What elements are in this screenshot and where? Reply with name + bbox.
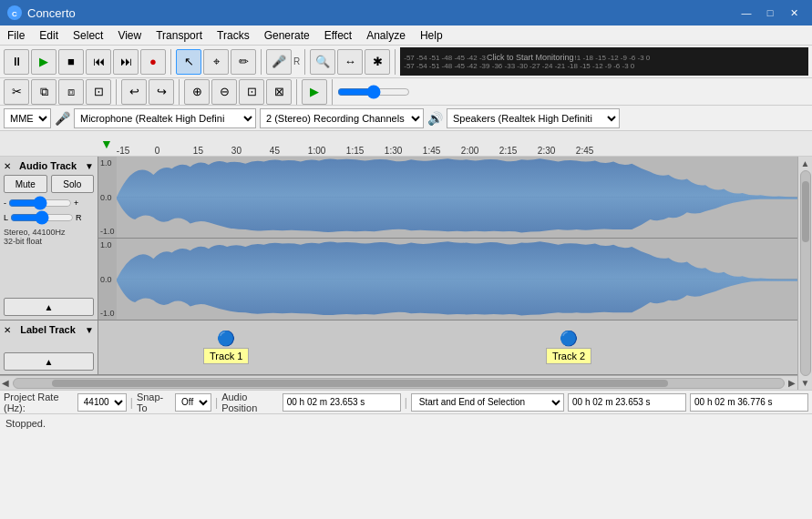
title-bar: C Concerto — □ ✕ (0, 0, 812, 25)
label-pin-icon-1: 🔵 (217, 331, 235, 346)
tm-1-45: 1:45 (423, 146, 440, 156)
tm-2-30: 2:30 (538, 146, 555, 156)
tm-2-45: 2:45 (576, 146, 593, 156)
audio-system-select[interactable]: MME (4, 108, 51, 128)
zoom-sel-btn2[interactable]: ⊡ (239, 79, 264, 105)
paste-button[interactable]: ⧈ (58, 79, 84, 105)
undo-button[interactable]: ↩ (121, 79, 147, 105)
menu-generate[interactable]: Generate (257, 25, 317, 45)
menu-edit[interactable]: Edit (32, 25, 66, 45)
project-rate-select[interactable]: 44100 (77, 393, 127, 412)
vscroll-track[interactable] (800, 170, 811, 376)
play-green-button[interactable]: ▶ (302, 79, 327, 105)
snap-to-select[interactable]: Off (175, 393, 211, 412)
hscrollbar: ◀ ▶ (0, 375, 797, 390)
select-tool-button[interactable]: ↖ (176, 49, 201, 75)
level-r-label: R (293, 56, 300, 66)
menu-effect[interactable]: Effect (317, 25, 359, 45)
app-title: Concerto (27, 6, 76, 20)
toolbar-row1: ⏸ ▶ ■ ⏮ ⏭ ● ↖ ⌖ ✏ 🎤 R 🔍 ↔ ✱ -57 -54 -51 … (0, 46, 812, 78)
menu-file[interactable]: File (0, 25, 32, 45)
sel-end-input[interactable] (690, 393, 808, 412)
label-box-1[interactable]: Track 1 (203, 348, 249, 364)
label-pin-icon-2: 🔵 (560, 331, 578, 346)
tempo-slider[interactable] (337, 85, 410, 99)
zoom-out-btn2[interactable]: ⊖ (211, 79, 237, 105)
pause-button[interactable]: ⏸ (4, 49, 29, 75)
scale-mid-1: 0.0 (100, 193, 112, 202)
click-monitor[interactable]: Click to Start Monitoring (487, 53, 574, 62)
channels-select[interactable]: 2 (Stereo) Recording Channels (260, 108, 424, 128)
hscroll-track[interactable] (13, 378, 785, 389)
copy-button[interactable]: ⧉ (31, 79, 57, 105)
sel-start-input[interactable] (568, 393, 686, 412)
mic-button[interactable]: 🎤 (266, 49, 292, 75)
cut-button[interactable]: ✂ (4, 79, 29, 105)
svg-text:C: C (12, 10, 17, 18)
menu-transport[interactable]: Transport (149, 25, 210, 45)
audio-track-close[interactable]: ✕ (4, 161, 11, 171)
mute-button[interactable]: Mute (4, 175, 47, 193)
waveform-svg-bottom (117, 239, 797, 320)
stop-button[interactable]: ■ (58, 49, 84, 75)
vscroll-down-arrow[interactable]: ▼ (801, 378, 810, 388)
audio-collapse-button[interactable]: ▲ (4, 298, 94, 316)
selection-mode-select[interactable]: Start and End of Selection (411, 393, 564, 412)
envelope-tool-button[interactable]: ⌖ (203, 49, 229, 75)
gain-plus: + (74, 198, 78, 208)
label-track-menu[interactable]: ▼ (85, 325, 94, 335)
title-bar-left: C Concerto (7, 5, 76, 20)
audio-track-header: ✕ Audio Track ▼ (4, 160, 94, 171)
skip-back-button[interactable]: ⏮ (86, 49, 111, 75)
multi-tool-button[interactable]: ✱ (365, 49, 390, 75)
label-collapse-button[interactable]: ▲ (4, 352, 94, 371)
audio-track-waveform: 1.0 0.0 -1.0 (98, 157, 797, 320)
audio-track: ✕ Audio Track ▼ Mute Solo - + L R (0, 157, 797, 321)
solo-button[interactable]: Solo (51, 175, 95, 193)
vscroll-up-arrow[interactable]: ▲ (801, 158, 810, 168)
menu-help[interactable]: Help (413, 25, 450, 45)
mic-device-select[interactable]: Microphone (Realtek High Defini (74, 108, 256, 128)
level-meters: -57 -54 -51 -48 -45 -42 -3 Click to Star… (400, 47, 808, 76)
trim-button[interactable]: ⊡ (86, 79, 111, 105)
audio-pos-label: Audio Position (221, 392, 275, 413)
speakers-select[interactable]: Speakers (Realtek High Definiti (447, 108, 620, 128)
tm-45: 45 (270, 146, 280, 156)
menu-analyze[interactable]: Analyze (359, 25, 413, 45)
maximize-button[interactable]: □ (759, 5, 781, 21)
menu-tracks[interactable]: Tracks (210, 25, 257, 45)
zoom-fit-btn2[interactable]: ⊠ (266, 79, 292, 105)
zoom-in-button[interactable]: 🔍 (310, 49, 335, 75)
minimize-button[interactable]: — (735, 5, 757, 21)
gain-slider[interactable] (8, 197, 72, 209)
scale-bot-1: -1.0 (100, 227, 115, 236)
waveform-channel-bottom: 1.0 0.0 -1.0 (98, 239, 797, 320)
label-track-name: Label Track (20, 324, 76, 335)
close-button[interactable]: ✕ (783, 5, 805, 21)
hscroll-thumb[interactable] (52, 380, 668, 387)
record-button[interactable]: ● (140, 49, 166, 75)
pan-slider[interactable] (10, 211, 74, 224)
play-button[interactable]: ▶ (31, 49, 57, 75)
hscroll-left-arrow[interactable]: ◀ (2, 378, 9, 388)
fit-button[interactable]: ↔ (337, 49, 363, 75)
vscroll-thumb[interactable] (802, 181, 809, 242)
sep-1: | (130, 396, 133, 409)
audio-track-name: Audio Track (19, 160, 77, 171)
stopped-text: Stopped. (5, 418, 46, 429)
pan-r: R (76, 213, 82, 222)
redo-button[interactable]: ↪ (149, 79, 174, 105)
audio-pos-input[interactable] (283, 393, 401, 412)
toolbar-row2: ✂ ⧉ ⧈ ⊡ ↩ ↪ ⊕ ⊖ ⊡ ⊠ ▶ (0, 78, 812, 106)
menu-view[interactable]: View (110, 25, 149, 45)
zoom-in-btn2[interactable]: ⊕ (184, 79, 210, 105)
audio-track-menu[interactable]: ▼ (85, 161, 94, 171)
label-track-close[interactable]: ✕ (4, 325, 11, 335)
hscroll-right-arrow[interactable]: ▶ (788, 378, 796, 388)
menu-select[interactable]: Select (66, 25, 110, 45)
draw-tool-button[interactable]: ✏ (231, 49, 256, 75)
label-track-controls: ✕ Label Track ▼ ▲ (0, 321, 98, 374)
skip-forward-button[interactable]: ⏭ (113, 49, 139, 75)
label-box-2[interactable]: Track 2 (546, 348, 591, 364)
tm-2-00: 2:00 (461, 146, 478, 156)
